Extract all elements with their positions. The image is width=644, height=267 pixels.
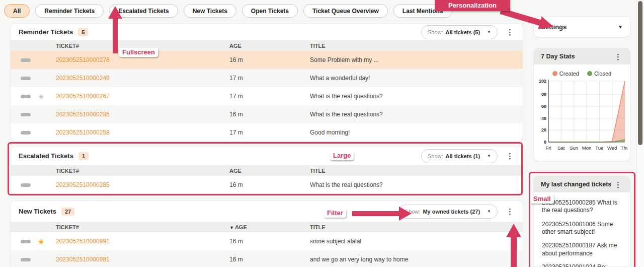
last-changed-tickets-widget: My last changed tickets ⋮ 20230525100002… xyxy=(533,176,630,267)
svg-text:Wed: Wed xyxy=(607,145,617,151)
ticket-state-pill xyxy=(21,95,31,98)
seven-day-stats-widget: 7 Day Stats ⋮ Created Closed 02040608010… xyxy=(533,48,630,161)
settings-title: Settings xyxy=(541,23,567,31)
ticket-number-link[interactable]: 2023052510000258 xyxy=(56,129,229,136)
filter-button-escalated-tickets[interactable]: Escalated Tickets xyxy=(109,4,178,18)
column-header-title[interactable]: TITLE xyxy=(310,224,523,230)
panel-title: Escalated Tickets xyxy=(19,152,73,160)
filter-button-open-tickets[interactable]: Open Tickets xyxy=(242,4,298,18)
filter-button-ticket-queue-overview[interactable]: Ticket Queue Overview xyxy=(303,4,388,18)
kebab-menu-icon[interactable]: ⋮ xyxy=(614,181,622,188)
svg-text:60: 60 xyxy=(541,104,546,109)
filter-button-all[interactable]: All xyxy=(4,4,30,18)
column-header-title[interactable]: TITLE xyxy=(310,168,523,174)
table-header-row: TICKET# ▼AGE TITLE xyxy=(11,222,523,232)
ticket-number-link[interactable]: 2023052510000276 xyxy=(56,56,229,63)
watch-star-icon[interactable]: ★ xyxy=(38,238,56,245)
chevron-down-icon[interactable]: ▼ xyxy=(618,24,623,30)
ticket-number-link[interactable]: 2023052510000981 xyxy=(56,256,229,263)
svg-text:Thu: Thu xyxy=(621,145,627,151)
table-row[interactable]: 2023052510000285 16 m What is the real q… xyxy=(11,105,523,123)
table-row[interactable]: ★ 2023052510000267 17 m What is the real… xyxy=(11,87,523,105)
ticket-title: What a wonderful day! xyxy=(310,75,523,82)
filter-button-reminder-tickets[interactable]: Reminder Tickets xyxy=(35,4,104,18)
ticket-number-link[interactable]: 2023052510000285 xyxy=(56,181,229,188)
column-header-ticket[interactable]: TICKET# xyxy=(56,43,229,49)
scrollbar-track[interactable] xyxy=(636,0,644,267)
table-row[interactable]: 2023052510000285 16 m What is the real q… xyxy=(11,176,523,194)
column-header-age[interactable]: ▼AGE xyxy=(229,224,310,230)
show-filter-dropdown[interactable]: Show: All tickets (1) ▼ xyxy=(421,149,498,163)
kebab-menu-icon[interactable]: ⋮ xyxy=(506,208,514,215)
svg-text:80: 80 xyxy=(541,92,546,97)
ticket-title: Good morning! xyxy=(310,129,523,136)
scrollbar-thumb[interactable] xyxy=(638,1,642,145)
ticket-number-link[interactable]: 2023052510000285 xyxy=(56,111,229,118)
table-row[interactable]: 2023052510000249 17 m What a wonderful d… xyxy=(11,69,523,87)
table-row[interactable]: 2023052510000258 17 m Good morning! xyxy=(11,123,523,142)
widget-title: 7 Day Stats xyxy=(541,53,575,60)
list-item[interactable]: 2023052510001024 Re: subject xyxy=(542,263,625,267)
list-item[interactable]: 2023052510000285 What is the real questi… xyxy=(542,199,625,215)
column-header-ticket[interactable]: TICKET# xyxy=(56,168,229,174)
new-tickets-panel: New Tickets 27 Show: My owned tickets (2… xyxy=(10,201,523,267)
kebab-menu-icon[interactable]: ⋮ xyxy=(614,53,622,60)
dashboard-filter-toolbar: All Reminder Tickets Escalated Tickets N… xyxy=(4,4,452,18)
ticket-title: some subject alalal xyxy=(310,238,523,245)
ticket-age: 16 m xyxy=(229,111,310,118)
ticket-state-pill xyxy=(21,258,31,261)
svg-text:Sat: Sat xyxy=(557,145,565,151)
ticket-title: What is the real questions? xyxy=(310,93,523,100)
panel-title: Reminder Tickets xyxy=(19,28,73,36)
ticket-age: 16 m xyxy=(229,238,310,245)
chart-legend: Created Closed xyxy=(534,71,630,77)
ticket-number-link[interactable]: 2023052510000249 xyxy=(56,75,229,82)
watch-star-icon[interactable]: ★ xyxy=(38,93,56,100)
ticket-number-link[interactable]: 2023052510000267 xyxy=(56,93,229,100)
ticket-count-badge: 27 xyxy=(61,208,74,216)
kebab-menu-icon[interactable]: ⋮ xyxy=(506,152,514,160)
column-header-title[interactable]: TITLE xyxy=(310,43,523,49)
panel-title: New Tickets xyxy=(19,208,56,215)
seven-day-stats-chart: 020406080102FriSatSunMonTueWedThu xyxy=(536,79,627,153)
ticket-state-pill xyxy=(21,77,31,80)
ticket-age: 16 m xyxy=(229,56,310,63)
ticket-age: 17 m xyxy=(229,129,310,136)
list-item[interactable]: 2023052510001006 Some other smart subjec… xyxy=(542,221,625,236)
ticket-state-pill xyxy=(21,240,31,243)
column-header-age[interactable]: AGE xyxy=(229,168,310,174)
created-legend-dot xyxy=(552,71,557,76)
ticket-title: and we go an very long way to home xyxy=(310,256,523,263)
column-header-ticket[interactable]: TICKET# xyxy=(56,224,229,230)
escalated-tickets-panel: Escalated Tickets 1 Show: All tickets (1… xyxy=(10,146,523,194)
table-row[interactable]: ★ 2023052510000991 16 m some subject ala… xyxy=(11,232,523,250)
table-row[interactable]: 2023052510000981 16 m and we go an very … xyxy=(11,250,523,267)
show-filter-dropdown[interactable]: Show: All tickets (5) ▼ xyxy=(421,25,498,39)
kebab-menu-icon[interactable]: ⋮ xyxy=(506,28,514,36)
widget-title: My last changed tickets xyxy=(541,181,611,188)
show-filter-dropdown[interactable]: Show: My owned tickets (27) ▼ xyxy=(398,205,498,219)
column-header-age[interactable]: AGE xyxy=(229,43,310,49)
closed-legend-dot xyxy=(587,71,592,76)
ticket-title: What is the real questions? xyxy=(310,111,523,118)
svg-text:Mon: Mon xyxy=(582,145,591,151)
ticket-number-link[interactable]: 2023052510000991 xyxy=(56,238,229,245)
svg-text:Tue: Tue xyxy=(595,145,603,151)
ticket-count-badge: 1 xyxy=(78,152,89,160)
ticket-age: 17 m xyxy=(229,93,310,100)
list-item[interactable]: 2023052510000187 Ask me about performanc… xyxy=(542,242,625,257)
svg-text:Sun: Sun xyxy=(570,145,578,151)
ticket-state-pill xyxy=(21,113,31,116)
settings-accordion[interactable]: Settings ▼ xyxy=(533,16,630,37)
filter-button-new-tickets[interactable]: New Tickets xyxy=(184,4,236,18)
table-header-row: TICKET# AGE TITLE xyxy=(11,40,523,51)
table-row[interactable]: 2023052510000276 16 m Some Problem with … xyxy=(11,51,523,69)
ticket-age: 17 m xyxy=(229,75,310,82)
svg-text:40: 40 xyxy=(541,116,546,121)
reminder-tickets-panel: Reminder Tickets 5 Show: All tickets (5)… xyxy=(10,23,523,142)
filter-button-last-mentions[interactable]: Last Mentions xyxy=(393,4,452,18)
ticket-title: What is the real questions? xyxy=(310,181,523,188)
ticket-state-pill xyxy=(21,183,31,187)
table-header-row: TICKET# AGE TITLE xyxy=(11,165,523,176)
chevron-down-icon: ▼ xyxy=(487,209,491,214)
